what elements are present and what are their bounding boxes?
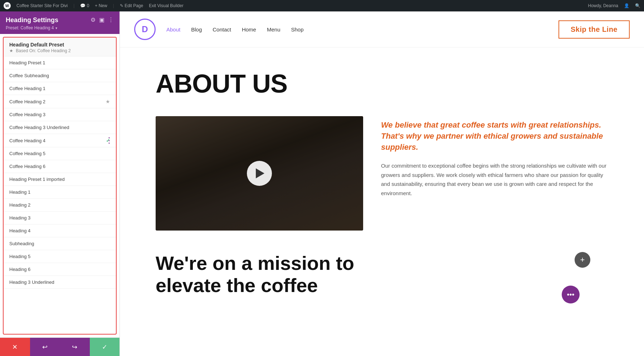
admin-bar-edit-page[interactable]: ✎ Edit Page (120, 3, 143, 8)
list-item[interactable]: Coffee Heading 3 (4, 108, 116, 121)
list-item[interactable]: Coffee Heading 4 ✓ ⋮ (4, 134, 116, 147)
list-item[interactable]: Coffee Heading 6 (4, 160, 116, 173)
list-item[interactable]: Coffee Heading 3 Underlined (4, 121, 116, 134)
nav-link-shop[interactable]: Shop (291, 26, 303, 33)
redo-icon: ↪ (72, 343, 77, 351)
sidebar-header: Heading Settings Preset: Coffee Heading … (0, 11, 119, 34)
more-icon[interactable]: ⋮ (108, 16, 114, 23)
nav-link-contact[interactable]: Contact (213, 26, 231, 33)
redo-button[interactable]: ↪ (60, 338, 90, 356)
save-button[interactable]: ✓ (90, 338, 120, 356)
admin-bar-search-icon[interactable]: 🔍 (635, 3, 640, 8)
list-item[interactable]: Heading 3 (4, 212, 116, 224)
cancel-button[interactable]: ✕ (0, 338, 30, 356)
wp-logo-icon[interactable]: W (4, 2, 11, 9)
add-section-button[interactable]: + (575, 252, 590, 268)
preset-list: Heading Default Preset ★ Based On: Coffe… (3, 37, 117, 335)
preset-default-title: Heading Default Preset (9, 42, 110, 48)
undo-icon: ↩ (42, 343, 48, 351)
list-item[interactable]: Coffee Heading 2 ★ (4, 95, 116, 108)
site-navigation: D About Blog Contact Home Menu Shop Skip… (120, 11, 644, 48)
list-item[interactable]: Heading 2 (4, 199, 116, 212)
list-item[interactable]: Coffee Heading 5 (4, 147, 116, 160)
plus-icon: + (580, 255, 585, 264)
page-content: ABOUT US We believe that great coffee st… (120, 48, 644, 318)
list-item[interactable]: Heading 4 (4, 224, 116, 237)
nav-link-menu[interactable]: Menu (267, 26, 280, 33)
settings-icon[interactable]: ⚙ (91, 16, 96, 23)
mission-title: We're on a mission to elevate the coffee (156, 252, 608, 296)
body-text: Our commitment to exceptional coffee beg… (381, 161, 608, 198)
wp-admin-bar: W Coffee Starter Site For Divi | 💬 0 + N… (0, 0, 644, 11)
chevron-down-icon: ▾ (55, 26, 57, 30)
list-item[interactable]: Coffee Subheading (4, 69, 116, 82)
more-options-icon[interactable]: ⋮ (105, 136, 113, 145)
heading-settings-panel: Heading Settings Preset: Coffee Heading … (0, 11, 120, 356)
star-icon: ★ (9, 48, 13, 53)
preset-group-header: Heading Default Preset ★ Based On: Coffe… (4, 38, 116, 56)
nav-link-home[interactable]: Home (242, 26, 256, 33)
admin-bar-comments[interactable]: 💬 0 (80, 3, 89, 8)
star-icon: ★ (106, 99, 110, 104)
quote-text: We believe that great coffee starts with… (381, 120, 608, 153)
list-item[interactable]: Heading 3 Underlined (4, 276, 116, 289)
layout-icon[interactable]: ▣ (99, 16, 104, 23)
video-container[interactable] (156, 116, 363, 231)
admin-bar-new[interactable]: + New (95, 3, 107, 8)
play-icon (256, 168, 264, 178)
list-item[interactable]: Subheading (4, 237, 116, 250)
sidebar-preset-selector[interactable]: Preset: Coffee Heading 4 ▾ (6, 25, 58, 30)
admin-bar-howdy: Howdy, Deanna (588, 3, 619, 8)
save-icon: ✓ (102, 343, 107, 351)
sidebar-title: Heading Settings (6, 16, 58, 24)
sidebar-action-bar: ✕ ↩ ↪ ✓ (0, 337, 119, 356)
site-logo[interactable]: D (134, 19, 156, 40)
page-title: ABOUT US (156, 69, 608, 98)
admin-bar-exit-vb[interactable]: Exit Visual Builder (149, 3, 184, 8)
nav-link-about[interactable]: About (166, 26, 180, 33)
list-item[interactable]: Heading 6 (4, 263, 116, 276)
mission-section: + We're on a mission to elevate the coff… (156, 252, 608, 296)
list-item[interactable]: Coffee Heading 1 (4, 82, 116, 95)
right-column: We believe that great coffee starts with… (381, 116, 608, 198)
options-button[interactable]: ••• (562, 286, 580, 303)
skip-the-line-button[interactable]: Skip the Line (558, 20, 630, 39)
preset-based-on: ★ Based On: Coffee Heading 2 (9, 48, 110, 53)
list-item[interactable]: Heading Preset 1 imported (4, 173, 116, 186)
undo-button[interactable]: ↩ (30, 338, 60, 356)
cancel-icon: ✕ (12, 343, 18, 351)
list-item[interactable]: Heading 5 (4, 250, 116, 263)
nav-link-blog[interactable]: Blog (191, 26, 202, 33)
nav-links: About Blog Contact Home Menu Shop (166, 26, 304, 33)
list-item[interactable]: Heading Preset 1 (4, 56, 116, 69)
main-content-area: D About Blog Contact Home Menu Shop Skip… (120, 11, 644, 356)
admin-bar-avatar[interactable]: 👤 (624, 3, 629, 8)
list-item[interactable]: Heading 1 (4, 186, 116, 199)
two-column-section: We believe that great coffee starts with… (156, 116, 608, 231)
more-options-icon: ••• (567, 291, 574, 299)
play-button[interactable] (247, 161, 272, 186)
admin-bar-site-name[interactable]: Coffee Starter Site For Divi (16, 3, 68, 8)
